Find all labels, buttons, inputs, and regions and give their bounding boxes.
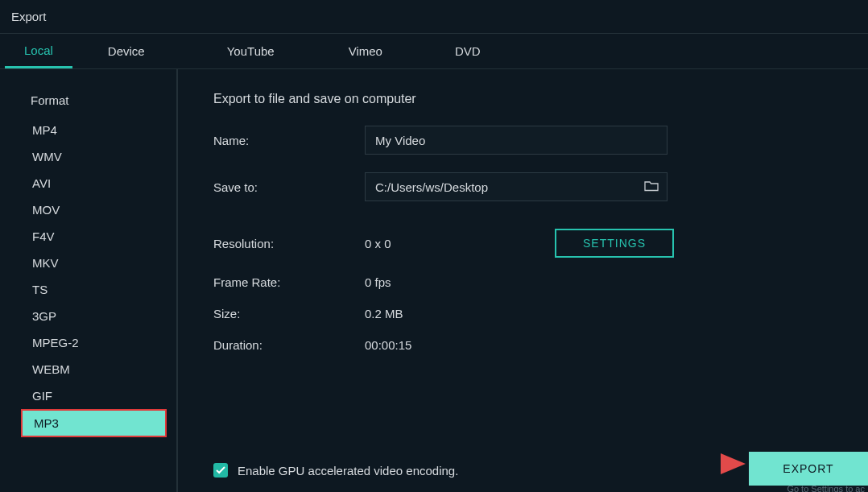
format-heading: Format bbox=[31, 93, 167, 107]
resolution-value: 0 x 0 bbox=[365, 237, 516, 250]
tab-device[interactable]: Device bbox=[89, 34, 164, 68]
saveto-path: C:/Users/ws/Desktop bbox=[375, 180, 644, 194]
saveto-field[interactable]: C:/Users/ws/Desktop bbox=[365, 172, 668, 201]
format-item-mkv[interactable]: MKV bbox=[21, 250, 167, 276]
format-sidebar: Format MP4 WMV AVI MOV F4V MKV TS 3GP MP… bbox=[0, 69, 178, 492]
size-value: 0.2 MB bbox=[365, 307, 403, 320]
format-item-mp3[interactable]: MP3 bbox=[21, 409, 167, 437]
export-main-panel: Export to file and save on computer Name… bbox=[178, 69, 868, 492]
format-item-mpeg2[interactable]: MPEG-2 bbox=[21, 329, 167, 356]
size-label: Size: bbox=[213, 307, 365, 320]
tab-dvd[interactable]: DVD bbox=[436, 34, 500, 68]
tab-local[interactable]: Local bbox=[5, 34, 72, 68]
export-tabs: Local Device YouTube Vimeo DVD bbox=[0, 34, 868, 69]
resolution-label: Resolution: bbox=[213, 237, 365, 250]
format-item-webm[interactable]: WEBM bbox=[21, 356, 167, 382]
format-item-wmv[interactable]: WMV bbox=[21, 143, 167, 170]
duration-label: Duration: bbox=[213, 338, 365, 352]
framerate-label: Frame Rate: bbox=[213, 275, 365, 289]
panel-title: Export to file and save on computer bbox=[213, 92, 852, 106]
duration-value: 00:00:15 bbox=[365, 338, 411, 352]
format-item-3gp[interactable]: 3GP bbox=[21, 303, 167, 329]
format-item-gif[interactable]: GIF bbox=[21, 382, 167, 409]
format-item-avi[interactable]: AVI bbox=[21, 170, 167, 196]
check-icon bbox=[216, 466, 225, 474]
window-title: Export bbox=[11, 10, 46, 23]
settings-button[interactable]: SETTINGS bbox=[555, 229, 674, 258]
folder-icon bbox=[644, 180, 659, 194]
name-label: Name: bbox=[213, 134, 365, 147]
framerate-value: 0 fps bbox=[365, 275, 391, 289]
gpu-label: Enable GPU accelerated video encoding. bbox=[238, 464, 458, 478]
tab-youtube[interactable]: YouTube bbox=[208, 34, 294, 68]
saveto-label: Save to: bbox=[213, 180, 365, 194]
name-input[interactable] bbox=[365, 126, 668, 155]
format-item-f4v[interactable]: F4V bbox=[21, 223, 167, 250]
gpu-checkbox[interactable] bbox=[213, 463, 228, 478]
format-item-mp4[interactable]: MP4 bbox=[21, 117, 167, 143]
window-titlebar: Export bbox=[0, 0, 868, 34]
format-item-ts[interactable]: TS bbox=[21, 276, 167, 303]
format-item-mov[interactable]: MOV bbox=[21, 196, 167, 223]
tab-vimeo[interactable]: Vimeo bbox=[329, 34, 402, 68]
export-button[interactable]: EXPORT bbox=[749, 452, 868, 486]
format-item-mp3-label: MP3 bbox=[23, 411, 165, 436]
